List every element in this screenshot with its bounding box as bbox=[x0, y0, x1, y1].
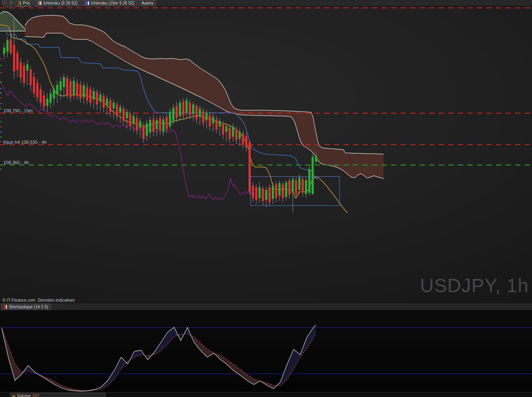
candle-down bbox=[269, 187, 271, 202]
candle-down bbox=[76, 83, 78, 96]
candle-up bbox=[272, 186, 274, 199]
candle-up bbox=[226, 126, 228, 132]
candle-down bbox=[96, 92, 98, 104]
candle-down bbox=[222, 123, 224, 135]
candle-down bbox=[216, 119, 218, 129]
candle-up bbox=[172, 108, 175, 121]
candle-down bbox=[209, 115, 211, 126]
candle-down bbox=[123, 109, 125, 121]
candle-up bbox=[279, 183, 281, 196]
stoch-fill-segment bbox=[247, 375, 254, 385]
candle-up bbox=[126, 112, 128, 118]
level-4h-label: 108,360 - 4h bbox=[3, 160, 29, 165]
candle-down bbox=[20, 62, 22, 78]
add-green-button[interactable]: + bbox=[9, 0, 14, 5]
stoch-fill-segment bbox=[201, 343, 207, 357]
volume-panel-header: Volume 662 bbox=[0, 392, 532, 397]
candle-down bbox=[289, 181, 291, 195]
kijun-daily-label: Kijun 108,900 - d bbox=[3, 6, 38, 7]
volume-value: 662 bbox=[32, 394, 39, 397]
tab-ichimoku-15m-label: Ichimoku (15m 9 26 52) bbox=[91, 1, 134, 5]
red-plus-icon: + bbox=[4, 1, 6, 5]
tab-autres-label: Autres bbox=[141, 1, 153, 5]
candle-up bbox=[60, 81, 62, 90]
candle-down bbox=[302, 179, 304, 193]
candle-up bbox=[179, 103, 181, 116]
ichimoku-h1-icon bbox=[37, 1, 41, 5]
stoch-fill-segment bbox=[240, 370, 247, 380]
stoch-fill-segment bbox=[161, 332, 168, 351]
main-price-chart[interactable]: Kijun 108,900 - d 108,790 - 15m Kijun h4… bbox=[0, 6, 532, 303]
price-chart-canvas[interactable] bbox=[0, 6, 532, 303]
candle-up bbox=[163, 119, 165, 132]
candle-up bbox=[63, 77, 65, 87]
stoch-k-line bbox=[2, 325, 316, 391]
candle-up bbox=[312, 157, 314, 194]
tab-ichimoku-h1[interactable]: Ichimoku (9 26 52) bbox=[34, 0, 80, 6]
candle-up bbox=[7, 40, 9, 52]
candle-down bbox=[109, 100, 112, 112]
candle-up bbox=[219, 121, 221, 126]
stoch-fill-segment bbox=[108, 370, 114, 385]
candle-down bbox=[43, 95, 45, 107]
tab-ichimoku-15m[interactable]: Ichimoku (15m 9 26 52) bbox=[82, 0, 137, 6]
candle-up bbox=[192, 104, 194, 114]
candle-up bbox=[309, 169, 311, 193]
candle-down bbox=[10, 39, 12, 53]
candle-down bbox=[86, 87, 88, 100]
candle-down bbox=[262, 189, 264, 201]
candle-down bbox=[196, 106, 198, 119]
candle-down bbox=[136, 118, 138, 131]
candle-up bbox=[100, 94, 102, 102]
candle-down bbox=[66, 78, 68, 94]
candle-up bbox=[113, 103, 115, 109]
candle-down bbox=[189, 103, 191, 115]
candle-up bbox=[56, 85, 58, 94]
candle-down bbox=[143, 125, 145, 139]
stoch-fill-segment bbox=[61, 385, 68, 390]
candle-down bbox=[36, 83, 39, 97]
candle-up bbox=[259, 187, 261, 198]
candle-down bbox=[242, 133, 244, 144]
stoch-d-line bbox=[2, 327, 316, 391]
stochastic-toolbar: Stochastique (14 3 5) bbox=[0, 303, 532, 310]
candle-down bbox=[166, 117, 168, 129]
candle-down bbox=[116, 104, 118, 116]
candle-down bbox=[153, 119, 155, 132]
candle-up bbox=[285, 182, 287, 197]
candle-up bbox=[46, 99, 49, 106]
candle-down bbox=[40, 89, 42, 103]
candle-up bbox=[149, 120, 151, 133]
stochastic-panel[interactable] bbox=[0, 310, 532, 392]
tab-prix-label: Prix bbox=[23, 1, 30, 5]
stochastic-icon bbox=[4, 305, 7, 309]
candle-up bbox=[239, 132, 241, 139]
candle-down bbox=[176, 106, 178, 118]
kijun-15m-label: 108,790 - 15m bbox=[3, 108, 33, 113]
stochastic-canvas[interactable] bbox=[0, 310, 532, 392]
candle-up bbox=[53, 89, 55, 99]
add-red-button[interactable]: + bbox=[2, 0, 7, 5]
tab-volume[interactable]: Volume 662 bbox=[10, 393, 105, 397]
tab-autres[interactable]: Autres bbox=[138, 0, 156, 6]
candle-down bbox=[275, 184, 277, 198]
copyright-text: © IT-Finance.com bbox=[2, 298, 35, 303]
candle-up bbox=[169, 112, 171, 126]
candle-up bbox=[212, 117, 214, 123]
symbol-watermark: USDJPY, 1h bbox=[420, 274, 529, 297]
candle-up bbox=[292, 179, 294, 193]
candle-up bbox=[139, 121, 141, 128]
candle-down bbox=[129, 114, 131, 126]
stoch-fill-segment bbox=[287, 349, 294, 380]
candle-down bbox=[295, 180, 297, 194]
candle-down bbox=[103, 96, 105, 108]
tab-stochastique[interactable]: Stochastique (14 3 5) bbox=[1, 304, 51, 310]
tab-stochastique-label: Stochastique (14 3 5) bbox=[9, 305, 48, 309]
tab-prix[interactable]: Prix bbox=[15, 0, 33, 6]
candle-up bbox=[119, 107, 121, 113]
candle-up bbox=[265, 190, 267, 200]
candle-down bbox=[202, 111, 204, 123]
ichimoku-15m-icon bbox=[85, 1, 89, 5]
ichimoku-cloud bbox=[25, 15, 384, 179]
candle-up bbox=[315, 155, 317, 162]
